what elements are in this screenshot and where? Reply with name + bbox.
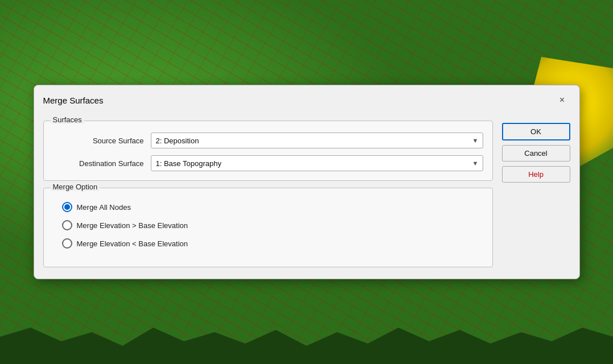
source-surface-select[interactable]: 2: Deposition 1: Base Topography xyxy=(151,133,483,148)
dialog-titlebar: Merge Surfaces × xyxy=(34,85,579,114)
merge-surfaces-dialog: Merge Surfaces × Surfaces Source Surface… xyxy=(34,85,580,279)
surfaces-group: Surfaces Source Surface 2: Deposition 1:… xyxy=(43,121,493,181)
radio-merge-all[interactable]: Merge All Nodes xyxy=(62,202,474,212)
cancel-button[interactable]: Cancel xyxy=(502,145,570,162)
radio-group: Merge All Nodes Merge Elevation > Base E… xyxy=(53,195,483,258)
radio-merge-lt[interactable]: Merge Elevation < Base Elevation xyxy=(62,238,474,249)
surfaces-group-label: Surfaces xyxy=(51,115,84,124)
dialog-title: Merge Surfaces xyxy=(43,96,104,105)
destination-surface-select[interactable]: 1: Base Topography 2: Deposition xyxy=(151,155,483,171)
merge-option-group: Merge Option Merge All Nodes Merge Eleva… xyxy=(43,188,493,267)
radio-merge-lt-label: Merge Elevation < Base Elevation xyxy=(77,239,188,248)
dialog-overlay: Merge Surfaces × Surfaces Source Surface… xyxy=(0,0,613,364)
close-button[interactable]: × xyxy=(554,92,570,108)
source-surface-select-wrapper: 2: Deposition 1: Base Topography ▼ xyxy=(151,133,483,148)
help-button[interactable]: Help xyxy=(502,166,570,183)
source-surface-row: Source Surface 2: Deposition 1: Base Top… xyxy=(53,133,483,148)
radio-merge-gt-label: Merge Elevation > Base Elevation xyxy=(77,221,188,230)
source-surface-label: Source Surface xyxy=(53,136,144,145)
merge-option-group-label: Merge Option xyxy=(51,183,100,191)
destination-surface-row: Destination Surface 1: Base Topography 2… xyxy=(53,155,483,171)
radio-merge-all-indicator xyxy=(62,202,72,212)
destination-surface-select-wrapper: 1: Base Topography 2: Deposition ▼ xyxy=(151,155,483,171)
dialog-body: Surfaces Source Surface 2: Deposition 1:… xyxy=(34,114,579,279)
radio-merge-gt-indicator xyxy=(62,220,72,230)
dialog-right-panel: OK Cancel Help xyxy=(502,121,570,267)
destination-surface-label: Destination Surface xyxy=(53,159,144,168)
ok-button[interactable]: OK xyxy=(502,123,570,140)
radio-merge-all-label: Merge All Nodes xyxy=(77,203,131,212)
radio-merge-lt-indicator xyxy=(62,238,72,249)
radio-merge-gt[interactable]: Merge Elevation > Base Elevation xyxy=(62,220,474,230)
dialog-left-panel: Surfaces Source Surface 2: Deposition 1:… xyxy=(43,121,493,267)
